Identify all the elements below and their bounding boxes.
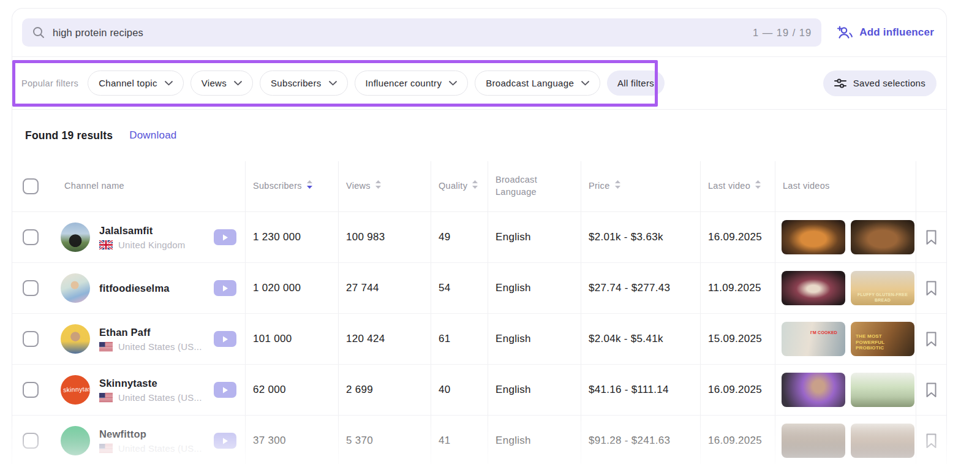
sort-icon[interactable] (307, 180, 312, 192)
language-cell: English (488, 416, 581, 464)
youtube-play-icon[interactable] (214, 280, 236, 296)
sort-icon[interactable] (375, 180, 381, 192)
youtube-play-icon[interactable] (214, 331, 236, 347)
row-checkbox[interactable] (23, 280, 39, 296)
channel-name[interactable]: Ethan Paff (99, 327, 202, 338)
video-thumbnail[interactable]: THE MOST POWERFUL PROBIOTIC (851, 322, 914, 356)
price-cell: $91.28 - $241.63 (581, 416, 700, 464)
video-thumbnail[interactable] (851, 220, 914, 254)
channel-country: United States (US... (118, 443, 202, 454)
filter-label: Views (202, 78, 227, 88)
sort-icon[interactable] (615, 180, 620, 192)
channel-country: United States (US... (118, 392, 202, 403)
column-header-quality[interactable]: Quality (431, 161, 488, 211)
price-cell: $2.01k - $3.63k (581, 212, 700, 262)
price-cell: $41.16 - $111.14 (581, 365, 700, 415)
quality-cell: 61 (431, 314, 488, 364)
thumbnail-caption: FLUFFY GLUTEN-FREE BREAD (852, 292, 913, 303)
chevron-down-icon (581, 81, 589, 86)
filter-subscribers[interactable]: Subscribers (260, 70, 348, 96)
last-video-cell: 16.09.2025 (700, 212, 775, 262)
row-checkbox[interactable] (23, 331, 39, 347)
row-checkbox[interactable] (23, 229, 39, 245)
chevron-down-icon (165, 81, 173, 86)
channel-avatar (61, 426, 90, 455)
saved-selections-button[interactable]: Saved selections (823, 70, 937, 96)
views-cell: 5 370 (338, 416, 431, 464)
youtube-play-icon[interactable] (214, 229, 236, 245)
channel-name[interactable]: Newfittop (99, 428, 202, 440)
video-thumbnail[interactable] (851, 373, 914, 407)
main-panel: 1 — 19 / 19 Add influencer Popular filte… (12, 8, 947, 464)
youtube-play-icon[interactable] (214, 382, 236, 398)
column-header-last-videos: Last videos (775, 161, 916, 211)
sort-icon[interactable] (755, 180, 761, 192)
last-video-cell: 11.09.2025 (700, 263, 775, 313)
table-row: fitfoodieselma 1 020 000 27 744 54 Engli… (12, 263, 946, 314)
last-video-cell: 16.09.2025 (700, 365, 775, 415)
us-flag-icon (99, 342, 113, 351)
youtube-play-icon[interactable] (214, 433, 236, 449)
filter-influencer-country[interactable]: Influencer country (355, 70, 469, 96)
channel-name[interactable]: Jalalsamfit (99, 225, 186, 237)
language-cell: English (488, 263, 581, 313)
views-cell: 120 424 (338, 314, 431, 364)
thumbnail-caption: I'M COOKED (805, 330, 843, 335)
download-link[interactable]: Download (129, 129, 176, 142)
saved-selections-label: Saved selections (853, 78, 925, 88)
last-videos-cell (775, 365, 916, 415)
filter-broadcast-language[interactable]: Broadcast Language (475, 70, 600, 96)
filters-section: Popular filters Channel topic Views Subs… (12, 57, 946, 110)
table-row: Ethan Paff United States (US... 101 000 … (12, 314, 946, 365)
table-row: Jalalsamfit United Kingdom 1 230 000 100… (12, 212, 946, 263)
video-thumbnail[interactable] (782, 220, 845, 254)
price-cell: $27.74 - $277.43 (581, 263, 700, 313)
add-influencer-button[interactable]: Add influencer (834, 25, 937, 40)
add-influencer-label: Add influencer (859, 26, 934, 39)
video-thumbnail[interactable] (782, 424, 845, 458)
search-icon (32, 26, 45, 39)
sort-icon[interactable] (472, 180, 478, 192)
table-row: skinnytaste. Skinnytaste United States (… (12, 365, 946, 416)
bookmark-icon[interactable] (924, 332, 939, 347)
column-header-actions (916, 161, 946, 211)
channel-avatar (61, 324, 90, 354)
filter-label: Influencer country (366, 78, 442, 88)
video-thumbnail[interactable]: FLUFFY GLUTEN-FREE BREAD (851, 271, 914, 305)
column-header-views[interactable]: Views (338, 161, 431, 211)
column-header-channel-name: Channel name (49, 161, 245, 211)
all-filters-button[interactable]: All filters (607, 70, 665, 96)
all-filters-label: All filters (617, 78, 654, 88)
search-section: 1 — 19 / 19 Add influencer (12, 9, 946, 57)
row-checkbox[interactable] (23, 382, 39, 398)
avatar-logo-text: skinnytaste. (63, 386, 88, 394)
video-thumbnail[interactable] (782, 373, 845, 407)
quality-cell: 41 (431, 416, 488, 464)
filter-views[interactable]: Views (190, 70, 253, 96)
add-influencer-icon (836, 25, 853, 40)
channel-name[interactable]: Skinnytaste (99, 378, 202, 389)
bookmark-icon[interactable] (924, 433, 939, 449)
search-box[interactable]: 1 — 19 / 19 (22, 18, 821, 47)
bookmark-icon[interactable] (924, 382, 939, 398)
bookmark-icon[interactable] (924, 230, 939, 245)
channel-avatar (61, 273, 90, 303)
column-header-broadcast-language: Broadcast Language (488, 161, 581, 211)
video-thumbnail[interactable]: I'M COOKED (782, 322, 845, 356)
subscribers-cell: 101 000 (245, 314, 338, 364)
channel-avatar: skinnytaste. (61, 375, 90, 405)
column-header-subscribers[interactable]: Subscribers (245, 161, 338, 211)
search-input[interactable] (53, 27, 745, 39)
video-thumbnail[interactable] (782, 271, 845, 305)
column-header-price[interactable]: Price (581, 161, 700, 211)
select-all-checkbox[interactable] (23, 178, 39, 194)
column-header-last-video[interactable]: Last video (700, 161, 775, 211)
filter-label: Channel topic (99, 78, 157, 88)
row-checkbox[interactable] (23, 433, 39, 449)
bookmark-icon[interactable] (924, 281, 939, 296)
filter-channel-topic[interactable]: Channel topic (88, 70, 184, 96)
chevron-down-icon (329, 81, 337, 86)
video-thumbnail[interactable] (851, 424, 914, 458)
channel-name[interactable]: fitfoodieselma (99, 283, 170, 294)
last-videos-cell (775, 416, 916, 464)
